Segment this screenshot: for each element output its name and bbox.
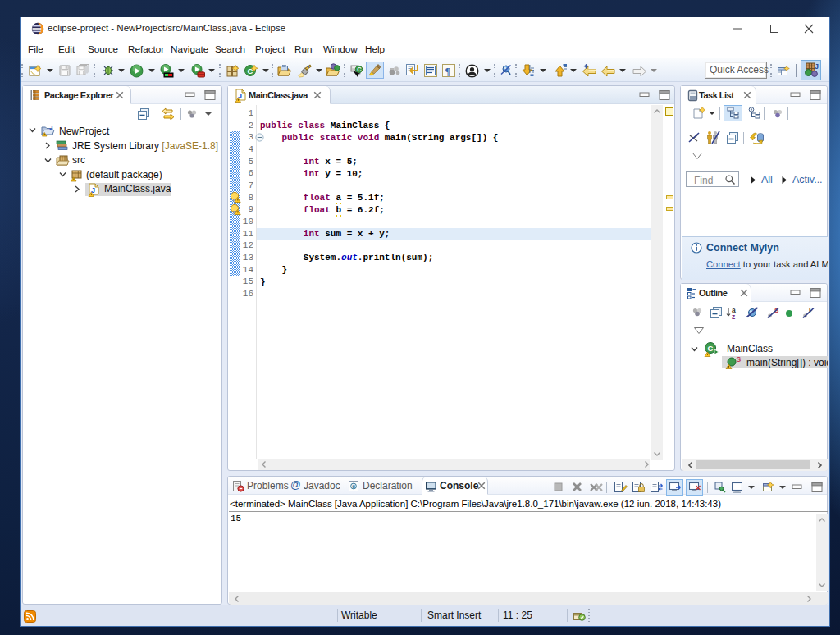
svg-text:e: e — [352, 483, 355, 489]
svg-text:J: J — [815, 62, 819, 71]
svg-text:C: C — [708, 344, 714, 353]
svg-text:z: z — [732, 313, 735, 320]
svg-text:¶: ¶ — [445, 66, 450, 77]
svg-text:J: J — [49, 124, 52, 131]
svg-text:C: C — [357, 66, 362, 73]
svg-text:S: S — [737, 355, 742, 363]
svg-text:C: C — [248, 66, 253, 75]
